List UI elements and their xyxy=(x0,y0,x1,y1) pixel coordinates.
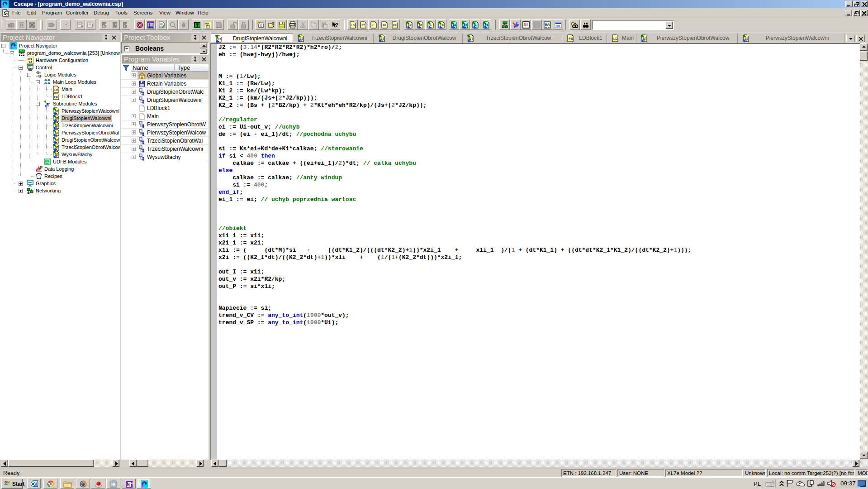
svg-text:000: 000 xyxy=(45,162,50,165)
svg-text:LD: LD xyxy=(613,37,617,40)
svg-text:ST: ST xyxy=(745,37,749,40)
svg-text:ST: ST xyxy=(643,37,647,40)
svg-text:?: ? xyxy=(335,22,338,28)
svg-text:LD: LD xyxy=(54,88,58,91)
svg-text:I/O: I/O xyxy=(28,58,32,61)
svg-text:H: H xyxy=(39,75,41,77)
svg-text:FB: FB xyxy=(569,37,573,40)
svg-text:IL: IL xyxy=(372,24,375,27)
svg-text:ST: ST xyxy=(299,37,304,40)
svg-text:LD: LD xyxy=(351,24,355,27)
svg-text:FB: FB xyxy=(54,96,58,98)
svg-text:FP: FP xyxy=(393,24,397,27)
svg-text:ST: ST xyxy=(469,37,474,40)
svg-text:ST: ST xyxy=(380,37,385,40)
svg-text:ST: ST xyxy=(361,24,365,27)
svg-text:C: C xyxy=(38,72,39,74)
svg-text:ST: ST xyxy=(217,38,222,41)
svg-text:FB: FB xyxy=(383,24,387,27)
svg-text:I/O: I/O xyxy=(205,22,209,25)
